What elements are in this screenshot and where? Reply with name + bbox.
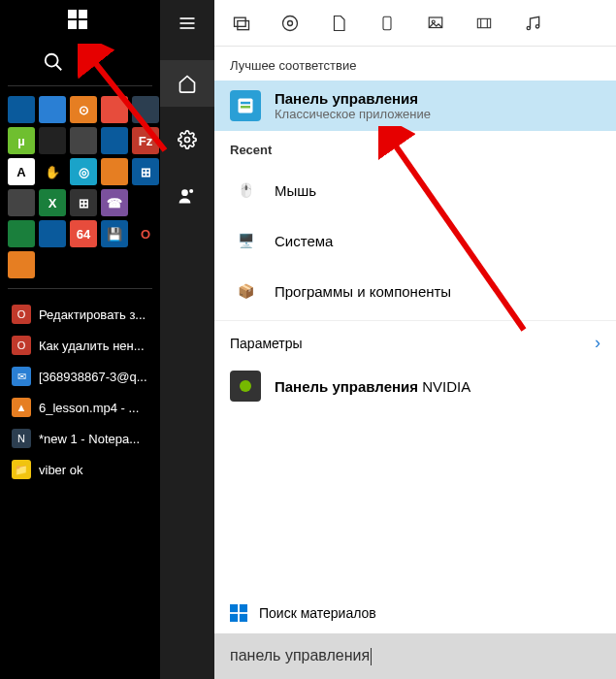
people-icon bbox=[178, 186, 197, 206]
desktop-icon[interactable]: ◎ bbox=[70, 158, 97, 185]
svg-rect-30 bbox=[230, 614, 238, 622]
desktop-icon[interactable] bbox=[8, 220, 35, 247]
desktop-icon[interactable]: µ bbox=[8, 127, 35, 154]
desktop-icon[interactable] bbox=[70, 127, 97, 154]
taskbar-search-button[interactable] bbox=[29, 43, 78, 81]
svg-point-15 bbox=[283, 16, 298, 30]
svg-rect-29 bbox=[240, 604, 247, 612]
programs-icon: 📦 bbox=[230, 275, 261, 307]
hamburger-button[interactable] bbox=[160, 0, 214, 47]
desktop-icon[interactable] bbox=[101, 158, 128, 185]
filter-folders-button[interactable] bbox=[372, 8, 403, 39]
desktop-taskbar-strip: ⊙ µ Fz A ✋ ◎ ⊞ X ⊞ ☎ 64 💾 O OРедактирова… bbox=[0, 0, 160, 679]
home-icon bbox=[178, 74, 197, 93]
taskbar-app-item[interactable]: 📁viber ok bbox=[4, 454, 156, 485]
svg-line-5 bbox=[56, 65, 62, 71]
recent-result-system[interactable]: 🖥️ Система bbox=[214, 215, 616, 266]
desktop-icon[interactable] bbox=[8, 251, 35, 278]
document-icon bbox=[330, 14, 347, 33]
divider bbox=[8, 85, 152, 86]
desktop-icon[interactable]: ⊞ bbox=[132, 158, 159, 185]
svg-rect-12 bbox=[235, 17, 246, 26]
filter-settings-button[interactable] bbox=[275, 8, 306, 39]
desktop-icon[interactable] bbox=[39, 127, 66, 154]
recent-item-label: Мышь bbox=[275, 182, 316, 199]
desktop-icon bbox=[132, 189, 159, 216]
rail-people-button[interactable] bbox=[160, 173, 214, 219]
svg-point-4 bbox=[46, 54, 58, 67]
taskbar-app-item[interactable]: ✉[368938867-3@q... bbox=[4, 361, 156, 392]
taskbar-app-label: Редактировать з... bbox=[39, 307, 146, 322]
svg-point-11 bbox=[189, 189, 193, 193]
recent-label: Recent bbox=[214, 131, 616, 165]
desktop-icon[interactable] bbox=[39, 220, 66, 247]
desktop-icon[interactable]: X bbox=[39, 189, 66, 216]
desktop-icon[interactable]: Fz bbox=[132, 127, 159, 154]
desktop-icon[interactable] bbox=[101, 96, 128, 123]
svg-rect-25 bbox=[241, 102, 250, 105]
svg-rect-13 bbox=[238, 20, 249, 29]
recent-item-label: Система bbox=[275, 233, 333, 249]
rail-settings-button[interactable] bbox=[160, 116, 214, 163]
gear-icon bbox=[178, 130, 197, 149]
windows-logo-icon bbox=[230, 604, 247, 622]
search-nav-rail bbox=[160, 0, 214, 679]
desktop-icon[interactable]: O bbox=[132, 220, 159, 247]
taskbar-app-item[interactable]: ▲6_lesson.mp4 - ... bbox=[4, 392, 156, 423]
taskbar-app-item[interactable]: N*new 1 - Notepa... bbox=[4, 423, 156, 454]
taskbar-app-label: Как удалить нен... bbox=[39, 339, 145, 353]
desktop-icon[interactable]: 64 bbox=[70, 220, 97, 247]
search-input[interactable]: панель управления bbox=[214, 633, 616, 679]
desktop-icon[interactable]: ✋ bbox=[39, 158, 66, 185]
filter-videos-button[interactable] bbox=[469, 8, 500, 39]
desktop-icon[interactable]: A bbox=[8, 158, 35, 185]
desktop-icon[interactable]: ⊙ bbox=[70, 96, 97, 123]
desktop-icon[interactable]: 💾 bbox=[101, 220, 128, 247]
desktop-icon[interactable] bbox=[8, 189, 35, 216]
chevron-right-icon: › bbox=[595, 333, 600, 353]
filter-music-button[interactable] bbox=[517, 8, 548, 39]
best-match-result[interactable]: Панель управления Классическое приложени… bbox=[214, 81, 616, 131]
taskbar-app-item[interactable]: OКак удалить нен... bbox=[4, 330, 156, 361]
params-section-header[interactable]: Параметры › bbox=[214, 320, 616, 361]
svg-point-27 bbox=[240, 380, 251, 392]
desktop-icon[interactable] bbox=[39, 96, 66, 123]
filter-photos-button[interactable] bbox=[420, 8, 451, 39]
recent-result-mouse[interactable]: 🖱️ Мышь bbox=[214, 165, 616, 215]
filter-documents-button[interactable] bbox=[323, 8, 354, 39]
desktop-icons-grid: ⊙ µ Fz A ✋ ◎ ⊞ X ⊞ ☎ 64 💾 O bbox=[0, 90, 160, 284]
mouse-icon: 🖱️ bbox=[230, 175, 261, 206]
params-result-nvidia[interactable]: Панель управления NVIDIA bbox=[214, 361, 616, 411]
search-materials-label: Поиск материалов bbox=[259, 605, 376, 621]
desktop-icon[interactable] bbox=[132, 96, 159, 123]
search-input-value: панель управления bbox=[230, 647, 370, 663]
start-button[interactable] bbox=[53, 0, 102, 39]
desktop-icon[interactable] bbox=[101, 127, 128, 154]
app-icon: 📁 bbox=[12, 460, 31, 479]
gear-icon bbox=[280, 14, 300, 33]
desktop-icon[interactable]: ☎ bbox=[101, 189, 128, 216]
svg-rect-3 bbox=[79, 20, 87, 29]
video-icon bbox=[474, 16, 494, 31]
svg-point-14 bbox=[288, 20, 293, 25]
rail-home-button[interactable] bbox=[160, 60, 214, 107]
search-materials-link[interactable]: Поиск материалов bbox=[214, 593, 616, 633]
app-icon: ▲ bbox=[12, 398, 31, 417]
system-icon: 🖥️ bbox=[230, 225, 261, 256]
taskbar-app-item[interactable]: OРедактировать з... bbox=[4, 299, 156, 330]
svg-rect-0 bbox=[68, 10, 77, 18]
taskbar-app-label: 6_lesson.mp4 - ... bbox=[39, 401, 139, 415]
search-footer: Поиск материалов панель управления bbox=[214, 593, 616, 679]
taskbar-app-label: *new 1 - Notepa... bbox=[39, 432, 140, 446]
filter-apps-button[interactable] bbox=[226, 8, 257, 39]
desktop-icon[interactable] bbox=[8, 96, 35, 123]
taskbar-app-label: [368938867-3@q... bbox=[39, 370, 147, 384]
svg-point-23 bbox=[535, 24, 538, 27]
filter-row bbox=[214, 0, 616, 47]
search-results-panel: Лучшее соответствие Панель управления Кл… bbox=[214, 0, 616, 679]
recent-result-programs[interactable]: 📦 Программы и компоненты bbox=[214, 266, 616, 316]
svg-rect-1 bbox=[79, 10, 87, 18]
taskbar-running-apps: OРедактировать з...OКак удалить нен...✉[… bbox=[0, 293, 160, 491]
desktop-icon[interactable]: ⊞ bbox=[70, 189, 97, 216]
desktop-icon bbox=[39, 251, 66, 278]
